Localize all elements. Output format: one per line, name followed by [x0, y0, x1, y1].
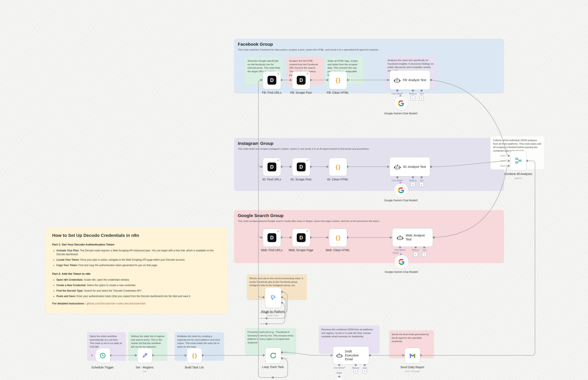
input-label: Input 3 [494, 165, 507, 167]
node-schedule-trigger[interactable] [95, 348, 110, 363]
code-icon: { } [336, 77, 340, 83]
node-label: FB: Find URLs [262, 91, 281, 94]
node-subtitle: mode: rules [267, 314, 279, 317]
port-memory: Memory [409, 93, 417, 95]
add-tool-button[interactable]: + [422, 252, 427, 257]
node-label: Google Gemini Chat Model4 [384, 270, 419, 274]
google-icon [398, 100, 404, 106]
port-memory: Memory [409, 179, 417, 182]
output-label-loop: loop [284, 357, 288, 359]
node-ig-scrape-post[interactable]: D [292, 158, 310, 176]
node-build-task-list[interactable]: { } [187, 348, 202, 363]
retry-icon [306, 72, 309, 75]
retry-icon [277, 159, 279, 162]
node-gemini-model2[interactable] [394, 96, 408, 111]
node-gemini-model4[interactable] [394, 255, 409, 269]
node-ig-find-urls[interactable]: D [263, 158, 281, 176]
node-label: Combine All Analyses [504, 172, 533, 176]
decodo-icon: D [297, 76, 306, 85]
code-icon: { } [336, 164, 340, 170]
node-gemini-model3[interactable] [394, 183, 408, 197]
switch-icon [270, 294, 276, 301]
node-send-daily-report[interactable] [405, 348, 420, 363]
node-loop-each-task[interactable] [265, 348, 281, 363]
retry-icon [306, 159, 309, 162]
decodo-icon: D [267, 76, 276, 85]
node-subtitle: append [514, 177, 522, 179]
node-label: FB: Clean HTML [327, 91, 349, 94]
node-fb-analyze-text[interactable]: FB: Analyze Text [389, 70, 430, 90]
robot-icon [397, 235, 404, 240]
add-memory-button[interactable]: + [411, 96, 415, 100]
google-icon [399, 259, 404, 265]
robot-icon [336, 353, 343, 358]
node-label: Set - Regions [136, 366, 154, 369]
robot-icon [394, 164, 401, 170]
node-label: IG: Scrape Post [291, 178, 312, 181]
robot-icon [394, 77, 401, 83]
port-chat-model: Chat Model* [394, 249, 406, 251]
decodo-icon: D [297, 233, 306, 242]
node-web-analyze-text[interactable]: Web: Analyze Text [392, 228, 433, 247]
output-label-done: done [284, 351, 288, 353]
node-ig-analyze-text[interactable]: IG: Analyze Text [389, 157, 430, 176]
merge-icon [515, 157, 522, 164]
node-web-clean-html[interactable]: { } [329, 229, 347, 247]
port-chat-model: Chat Model* [333, 367, 345, 369]
node-label: Web: Scrape Page [289, 248, 313, 252]
add-tool-button[interactable]: + [419, 96, 424, 100]
workflow-canvas[interactable]: Facebook Group This chain searches Faceb… [0, 0, 588, 380]
node-label: Loop: Each Task [262, 365, 284, 369]
port-chat-model: Chat Model* [391, 179, 403, 182]
input-label: Input 2 [494, 160, 507, 162]
node-label: IG: Find URLs [262, 178, 281, 181]
node-web-find-urls[interactable]: D [263, 229, 281, 247]
node-subtitle: send: message [405, 370, 420, 372]
node-label: Google Gemini Chat Model3 [383, 199, 419, 202]
node-fb-find-urls[interactable]: D [263, 71, 281, 89]
node-web-scrape-page[interactable]: D [292, 229, 310, 247]
port-model: Model [393, 252, 398, 254]
node-label: Google Gemini Chat Model2 [383, 112, 419, 115]
node-draft-executive-email[interactable]: Draft Executive Email [333, 346, 369, 364]
node-subtitle: raw [143, 370, 147, 373]
node-route-by-platform[interactable] [265, 287, 281, 308]
loop-icon [270, 352, 277, 359]
node-label: Schedule Trigger [91, 366, 114, 369]
port-model: Model [336, 372, 342, 374]
port-tool: Tool [422, 249, 426, 251]
add-memory-button[interactable]: + [353, 369, 358, 373]
port-memory: Memory [412, 249, 420, 251]
port-tool: Tool [420, 93, 423, 95]
decodo-icon: D [297, 163, 306, 171]
retry-icon [277, 230, 279, 232]
node-label: IG: Clean HTML [327, 178, 348, 181]
node-fb-scrape-post[interactable]: D [292, 71, 310, 89]
decodo-icon: D [267, 163, 276, 171]
node-label: Send Daily Report [400, 365, 424, 369]
connection-wires [0, 0, 588, 380]
port-tool: Tool [420, 179, 423, 182]
clock-icon [99, 352, 106, 359]
add-memory-button[interactable]: + [413, 252, 418, 257]
add-tool-button[interactable]: + [362, 369, 367, 373]
node-fb-clean-html[interactable]: { } [329, 71, 347, 89]
node-label: Build Task List [185, 366, 203, 369]
gmail-icon [409, 352, 416, 359]
retry-icon [277, 72, 279, 75]
code-icon: { } [192, 353, 197, 359]
pen-icon [142, 352, 148, 359]
retry-icon [306, 230, 309, 232]
trigger-bolt-icon [91, 354, 94, 357]
code-icon: { } [336, 235, 340, 241]
add-tool-button[interactable]: + [419, 182, 424, 187]
google-icon [398, 187, 404, 193]
node-ig-clean-html[interactable]: { } [329, 158, 347, 176]
node-set-regions[interactable] [137, 348, 152, 363]
node-label: FB: Scrape Post [290, 91, 312, 94]
add-memory-button[interactable]: + [411, 182, 415, 187]
node-label: Route by Platform [261, 310, 285, 313]
node-combine-all-analyses[interactable] [510, 151, 527, 171]
input-label: Input 1 [494, 154, 507, 157]
port-chat-model: Chat Model* [391, 93, 403, 95]
